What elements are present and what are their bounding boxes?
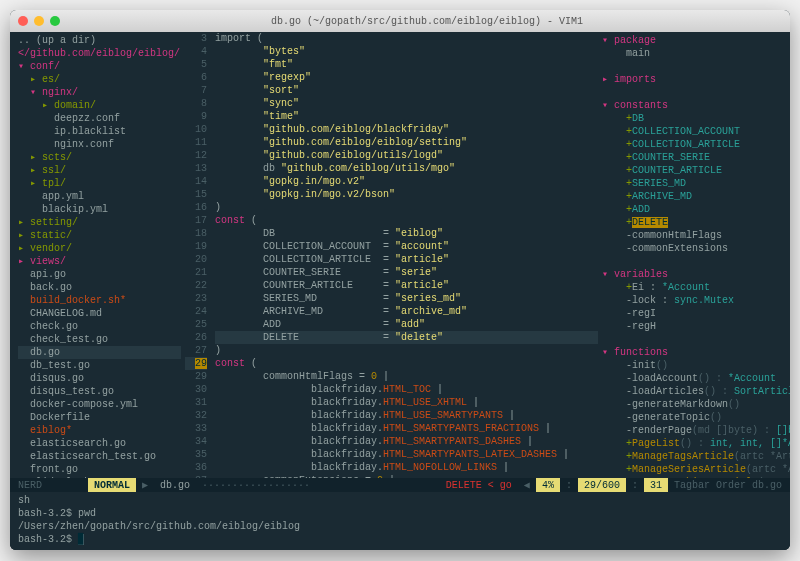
nerdtree-item[interactable]: ▸ vendor/ xyxy=(18,242,181,255)
nerdtree-item[interactable]: Dockerfile xyxy=(18,411,181,424)
code-line[interactable]: commonHtmlFlags = 0 | xyxy=(215,370,598,383)
code-line[interactable]: "gopkg.in/mgo.v2/bson" xyxy=(215,188,598,201)
nerdtree-item[interactable]: elasticsearch.go xyxy=(18,437,181,450)
nerdtree-item[interactable]: ▸ tpl/ xyxy=(18,177,181,190)
nerdtree-item[interactable]: ▾ nginx/ xyxy=(18,86,181,99)
tagbar-item[interactable]: +Ei : *Account xyxy=(602,281,786,294)
tagbar-item[interactable]: -commonExtensions xyxy=(602,242,786,255)
close-icon[interactable] xyxy=(18,16,28,26)
tagbar-item[interactable]: main xyxy=(602,47,786,60)
code-line[interactable]: "time" xyxy=(215,110,598,123)
tagbar-section[interactable]: ▾ constants xyxy=(602,99,786,112)
nerdtree-item[interactable]: build_docker.sh* xyxy=(18,294,181,307)
tagbar-item[interactable]: +COUNTER_SERIE xyxy=(602,151,786,164)
code-pane[interactable]: 3456789101112131415161718192021222324252… xyxy=(185,32,598,478)
vim-editor[interactable]: .. (up a dir)</github.com/eiblog/eiblog/… xyxy=(10,32,790,550)
nerdtree-item[interactable]: db_test.go xyxy=(18,359,181,372)
code-line[interactable]: COLLECTION_ARTICLE = "article" xyxy=(215,253,598,266)
tagbar-item[interactable]: +ARCHIVE_MD xyxy=(602,190,786,203)
nerdtree-item[interactable]: deepzz.conf xyxy=(18,112,181,125)
code-line[interactable]: DELETE = "delete" xyxy=(215,331,598,344)
tagbar-item[interactable]: +COLLECTION_ACCOUNT xyxy=(602,125,786,138)
code-line[interactable]: "github.com/eiblog/eiblog/setting" xyxy=(215,136,598,149)
code-line[interactable]: const ( xyxy=(215,357,598,370)
nerdtree-item[interactable]: CHANGELOG.md xyxy=(18,307,181,320)
minimize-icon[interactable] xyxy=(34,16,44,26)
code-line[interactable]: import ( xyxy=(215,32,598,45)
code-line[interactable]: ARCHIVE_MD = "archive_md" xyxy=(215,305,598,318)
tagbar-item[interactable]: -regI xyxy=(602,307,786,320)
code-line[interactable]: blackfriday.HTML_NOFOLLOW_LINKS | xyxy=(215,461,598,474)
code-area[interactable]: import ( "bytes" "fmt" "regexp" "sort" "… xyxy=(211,32,598,478)
nerdtree-item[interactable]: back.go xyxy=(18,281,181,294)
nerdtree-item[interactable]: disqus_test.go xyxy=(18,385,181,398)
tagbar-item[interactable]: +COLLECTION_ARTICLE xyxy=(602,138,786,151)
code-line[interactable]: "gopkg.in/mgo.v2" xyxy=(215,175,598,188)
tagbar-item[interactable]: +ADD xyxy=(602,203,786,216)
nerdtree-item[interactable]: check.go xyxy=(18,320,181,333)
code-line[interactable]: DB = "eiblog" xyxy=(215,227,598,240)
code-line[interactable]: db "github.com/eiblog/utils/mgo" xyxy=(215,162,598,175)
nerdtree-item[interactable]: ▸ scts/ xyxy=(18,151,181,164)
tagbar-item[interactable]: -init() xyxy=(602,359,786,372)
nerdtree-item[interactable]: blackip.yml xyxy=(18,203,181,216)
tagbar-item[interactable]: -loadArticles() : SortArticles xyxy=(602,385,786,398)
tagbar-item[interactable]: -regH xyxy=(602,320,786,333)
code-line[interactable]: "regexp" xyxy=(215,71,598,84)
code-line[interactable]: ) xyxy=(215,201,598,214)
nerdtree-item[interactable]: api.go xyxy=(18,268,181,281)
nerdtree-item[interactable]: ip.blacklist xyxy=(18,125,181,138)
tagbar-item[interactable]: -lock : sync.Mutex xyxy=(602,294,786,307)
nerdtree-item[interactable]: ▸ static/ xyxy=(18,229,181,242)
tagbar-item[interactable]: -loadAccount() : *Account xyxy=(602,372,786,385)
code-line[interactable]: "sort" xyxy=(215,84,598,97)
code-line[interactable]: ADD = "add" xyxy=(215,318,598,331)
nerdtree-item[interactable]: app.yml xyxy=(18,190,181,203)
code-line[interactable]: blackfriday.HTML_USE_XHTML | xyxy=(215,396,598,409)
code-line[interactable]: const ( xyxy=(215,214,598,227)
nerdtree-item[interactable]: disqus.go xyxy=(18,372,181,385)
code-line[interactable]: "github.com/eiblog/utils/logd" xyxy=(215,149,598,162)
code-line[interactable]: ) xyxy=(215,344,598,357)
tagbar-item[interactable]: +DELETE xyxy=(602,216,786,229)
nerdtree-item[interactable]: ▾ conf/ xyxy=(18,60,181,73)
nerdtree-root[interactable]: </github.com/eiblog/eiblog/ xyxy=(18,47,181,60)
nerdtree-item[interactable]: nginx.conf xyxy=(18,138,181,151)
tagbar-item[interactable]: +ManageTagsArticle(artc *Article, s a xyxy=(602,450,786,463)
tagbar-pane[interactable]: ▾ package main ▸ imports ▾ constants +DB… xyxy=(598,32,790,478)
tagbar-section[interactable]: ▸ imports xyxy=(602,73,786,86)
nerdtree-item[interactable]: ▸ domain/ xyxy=(18,99,181,112)
code-line[interactable]: "github.com/eiblog/blackfriday" xyxy=(215,123,598,136)
nerdtree-up[interactable]: .. (up a dir) xyxy=(18,34,181,47)
code-line[interactable]: COUNTER_ARTICLE = "article" xyxy=(215,279,598,292)
tagbar-item[interactable]: +COUNTER_ARTICLE xyxy=(602,164,786,177)
code-line[interactable]: blackfriday.HTML_USE_SMARTYPANTS | xyxy=(215,409,598,422)
tagbar-section[interactable]: ▾ functions xyxy=(602,346,786,359)
code-line[interactable]: "bytes" xyxy=(215,45,598,58)
nerdtree-item[interactable]: front.go xyxy=(18,463,181,476)
code-line[interactable]: blackfriday.HTML_SMARTYPANTS_LATEX_DASHE… xyxy=(215,448,598,461)
tagbar-item[interactable]: +PageList() : int, int, []*Ar xyxy=(602,437,786,450)
tagbar-item[interactable]: +ManageSeriesArticle(artc *Article, xyxy=(602,463,786,476)
nerdtree-item[interactable]: eiblog* xyxy=(18,424,181,437)
code-line[interactable]: SERIES_MD = "series_md" xyxy=(215,292,598,305)
code-line[interactable]: COUNTER_SERIE = "serie" xyxy=(215,266,598,279)
nerdtree-item[interactable]: db.go xyxy=(18,346,181,359)
code-line[interactable]: COLLECTION_ACCOUNT = "account" xyxy=(215,240,598,253)
nerdtree-pane[interactable]: .. (up a dir)</github.com/eiblog/eiblog/… xyxy=(10,32,185,478)
code-line[interactable]: blackfriday.HTML_SMARTYPANTS_DASHES | xyxy=(215,435,598,448)
tagbar-item[interactable]: -generateTopic() xyxy=(602,411,786,424)
nerdtree-item[interactable]: ▸ es/ xyxy=(18,73,181,86)
tagbar-item[interactable]: +SERIES_MD xyxy=(602,177,786,190)
zoom-icon[interactable] xyxy=(50,16,60,26)
terminal-pane[interactable]: sh bash-3.2$ pwd /Users/zhen/gopath/src/… xyxy=(10,492,790,550)
nerdtree-item[interactable]: ▸ ssl/ xyxy=(18,164,181,177)
nerdtree-item[interactable]: ▸ views/ xyxy=(18,255,181,268)
tagbar-section[interactable]: ▾ variables xyxy=(602,268,786,281)
code-line[interactable]: blackfriday.HTML_TOC | xyxy=(215,383,598,396)
code-line[interactable]: blackfriday.HTML_SMARTYPANTS_FRACTIONS | xyxy=(215,422,598,435)
tagbar-item[interactable]: -renderPage(md []byte) : []byte xyxy=(602,424,786,437)
nerdtree-item[interactable]: elasticsearch_test.go xyxy=(18,450,181,463)
tagbar-item[interactable]: -commonHtmlFlags xyxy=(602,229,786,242)
code-line[interactable]: "fmt" xyxy=(215,58,598,71)
